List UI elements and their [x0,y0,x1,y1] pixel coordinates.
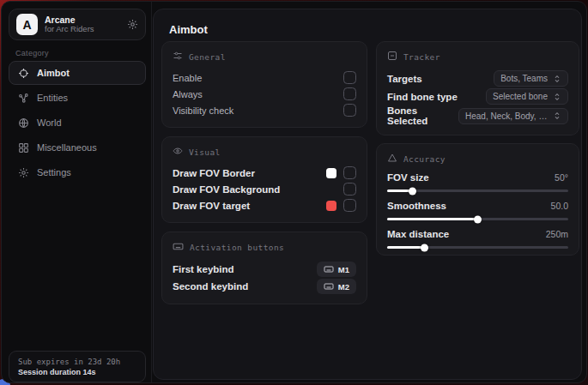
eye-icon [173,146,183,158]
activation-card-title: Activation buttons [190,243,284,252]
sidebar-item-label: Entities [37,93,68,103]
dropdown-value: Selected bone [493,92,548,101]
sidebar-item-aimbot[interactable]: Aimbot [9,61,146,85]
first-keybind-button[interactable]: M1 [317,262,356,277]
second-keybind-button[interactable]: M2 [317,279,356,294]
category-nav: Aimbot Entities World [9,61,146,184]
slider-label: Smoothness [387,201,446,211]
accuracy-card-header: Accuracy [387,153,568,165]
smoothness-slider[interactable] [387,218,568,220]
setting-row-always: Always [173,86,356,102]
frame-icon [387,51,397,63]
sliders-icon [173,51,183,63]
general-card-title: General [189,52,226,62]
draw-fov-border-checkbox[interactable] [343,166,356,179]
setting-row-bones-selected: Bones Selected Head, Neck, Body, Fe... [387,105,568,126]
slider-value: 50° [555,172,568,183]
fov-size-slider[interactable] [387,189,568,192]
draw-fov-background-checkbox[interactable] [343,183,356,196]
color-swatch[interactable] [326,168,336,178]
tracker-card: Tracker Targets Bots, Teams Find bone ty… [376,41,579,135]
sidebar-item-settings[interactable]: Settings [9,160,146,184]
slider-value: 250m [546,229,568,239]
keybind-value: M2 [338,282,349,292]
setting-row-draw-fov-border: Draw FOV Border [173,165,356,181]
visual-card-header: Visual [173,146,356,158]
accuracy-card-title: Accuracy [403,154,446,164]
bones-selected-dropdown[interactable]: Head, Neck, Body, Fe... [458,108,568,124]
dropdown-value: Head, Neck, Body, Fe... [465,111,548,121]
unfold-icon [553,93,561,101]
setting-label: Visibility check [173,105,233,116]
slider-value: 50.0 [551,201,568,211]
slider-fill [387,218,478,220]
slider-fill [387,189,413,192]
setting-row-draw-fov-target: Draw FOV target [173,197,356,214]
main-panel: Aimbot General Enable Always Visibili [153,9,582,380]
unfold-icon [553,75,561,83]
subscription-info-card: Sub expires in 23d 20h Session duration … [9,351,146,382]
sub-expiry-text: Sub expires in 23d 20h [18,358,136,366]
color-swatch[interactable] [326,201,336,211]
app-window: A Arcane for Arc Riders Category [1,1,587,383]
accuracy-card: Accuracy FOV size 50° Smoothness 50.0 [376,143,579,256]
sidebar-item-label: Aimbot [37,68,70,78]
sidebar-item-entities[interactable]: Entities [9,86,146,110]
sidebar-item-label: World [37,117,62,128]
gear-icon[interactable] [127,19,138,30]
app-title-block: Arcane for Arc Riders [45,15,120,34]
setting-row-draw-fov-background: Draw FOV Background [173,181,356,197]
setting-label: First keybind [173,264,234,274]
app-logo-card: A Arcane for Arc Riders [9,9,146,40]
setting-label: Targets [387,74,422,84]
sidebar-item-label: Miscellaneous [37,142,97,153]
setting-label: Draw FOV Border [173,168,255,178]
setting-row-enable: Enable [173,69,356,86]
dropdown-value: Bots, Teams [500,74,548,83]
setting-label: Bones Selected [387,105,458,126]
activation-buttons-card: Activation buttons First keybind M1 Seco… [161,232,367,304]
setting-row-second-keybind: Second keybind M2 [173,278,356,295]
general-card: General Enable Always Visibility check [161,41,367,128]
sidebar-item-world[interactable]: World [9,111,146,135]
slider-fill [387,246,425,249]
draw-fov-target-checkbox[interactable] [343,199,356,212]
slider-label: FOV size [387,172,429,183]
gear-icon [18,167,29,178]
unfold-icon [553,111,561,120]
setting-row-find-bone-type: Find bone type Selected bone [387,87,568,105]
tracker-card-header: Tracker [387,51,568,63]
sidebar: A Arcane for Arc Riders Category [2,2,152,382]
enable-checkbox[interactable] [343,71,356,84]
setting-row-targets: Targets Bots, Teams [387,69,568,87]
session-duration-text: Session duration 14s [18,368,136,376]
slider-group-smoothness: Smoothness 50.0 [387,200,568,220]
grid-icon [18,142,29,153]
page-title: Aimbot [169,23,208,36]
category-label: Category [15,49,49,57]
keyboard-icon [173,241,184,254]
find-bone-type-dropdown[interactable]: Selected bone [486,88,568,105]
setting-label: Draw FOV target [173,201,250,211]
setting-label: Find bone type [387,92,458,102]
keybind-value: M1 [338,265,349,274]
activation-card-header: Activation buttons [173,241,356,254]
max-distance-slider[interactable] [387,246,568,249]
app-subtitle: for Arc Riders [45,25,120,34]
setting-row-visibility-check: Visibility check [173,102,356,118]
triangle-icon [387,153,397,165]
visual-card-title: Visual [189,147,221,157]
visibility-check-checkbox[interactable] [343,104,356,117]
sidebar-item-miscellaneous[interactable]: Miscellaneous [9,135,146,159]
always-checkbox[interactable] [343,87,356,100]
setting-label: Always [173,89,203,99]
crosshair-icon [18,68,29,79]
slider-group-fov-size: FOV size 50° [387,171,568,192]
visual-card: Visual Draw FOV Border Draw FOV Backgrou… [161,136,367,223]
slider-group-max-distance: Max distance 250m [387,228,568,249]
sidebar-item-label: Settings [37,167,71,177]
targets-dropdown[interactable]: Bots, Teams [494,70,568,87]
general-card-header: General [173,51,356,63]
slider-label: Max distance [387,229,449,239]
globe-icon [18,117,29,129]
